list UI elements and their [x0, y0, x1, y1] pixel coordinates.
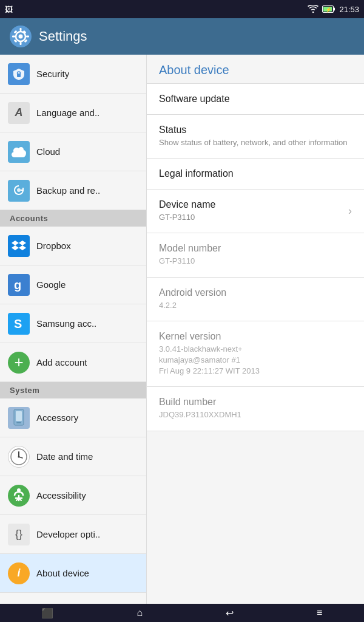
dropbox-icon-wrap: [7, 234, 30, 258]
google-icon: g: [8, 274, 30, 296]
security-icon-wrap: [7, 63, 30, 86]
addaccount-icon-wrap: +: [7, 351, 30, 374]
cloud-icon-wrap: [7, 140, 30, 163]
build-number-title: Build number: [159, 397, 352, 408]
dropbox-icon: [8, 235, 30, 257]
content-item-status[interactable]: Status Show status of battery, network, …: [147, 115, 364, 159]
datetime-icon: [8, 446, 30, 468]
sidebar-item-backup[interactable]: Backup and re..: [0, 171, 146, 210]
sidebar-dropbox-label: Dropbox: [36, 241, 71, 251]
recent-apps-button[interactable]: ⬛: [29, 605, 66, 621]
back-button[interactable]: ↩: [214, 605, 246, 621]
battery-charging-icon: ⚡: [322, 5, 335, 13]
developer-icon: {}: [8, 524, 30, 545]
svg-text:⚡: ⚡: [325, 6, 332, 13]
sidebar-developer-label: Developer opti..: [36, 529, 100, 539]
device-name-arrow: ›: [348, 205, 352, 217]
backup-icon: [8, 180, 30, 202]
build-number-subtitle: JDQ39.P3110XXDMH1: [159, 409, 352, 420]
about-icon: i: [8, 562, 30, 584]
legal-title: Legal information: [159, 168, 352, 179]
samsung-icon: S: [8, 313, 30, 335]
content-item-build-number: Build number JDQ39.P3110XXDMH1: [147, 387, 364, 431]
status-subtitle: Show status of battery, network, and oth…: [159, 137, 352, 148]
system-section-header: System: [0, 382, 146, 398]
svg-text:g: g: [14, 278, 21, 292]
content-item-device-name[interactable]: Device name GT-P3110 ›: [147, 190, 364, 233]
sidebar-item-dropbox[interactable]: Dropbox: [0, 227, 146, 265]
sidebar-item-accessibility[interactable]: Accessibility: [0, 476, 146, 515]
app-title: Settings: [39, 29, 87, 44]
backup-icon-wrap: [7, 179, 30, 202]
status-left-icons: 🖼: [5, 5, 13, 14]
settings-app-icon: [10, 26, 32, 47]
main-layout: Security A Language and.. Cloud: [0, 55, 364, 604]
accessibility-icon: [8, 485, 30, 507]
language-icon-wrap: A: [7, 101, 30, 125]
add-account-icon: +: [8, 352, 30, 374]
accessory-icon-wrap: [7, 406, 30, 429]
svg-rect-10: [12, 36, 15, 38]
home-button[interactable]: ⌂: [124, 605, 155, 621]
sidebar-cloud-label: Cloud: [36, 146, 60, 157]
sidebar-accessibility-label: Accessibility: [36, 490, 86, 501]
sidebar-item-google[interactable]: g Google: [0, 265, 146, 304]
content-title: About device: [147, 55, 364, 84]
svg-rect-8: [20, 28, 22, 31]
datetime-icon-wrap: [7, 445, 30, 468]
sidebar-item-cloud[interactable]: Cloud: [0, 132, 146, 171]
sidebar-item-samsung[interactable]: S Samsung acc..: [0, 304, 146, 343]
sidebar-about-label: About device: [36, 568, 89, 578]
accounts-section-header: Accounts: [0, 210, 146, 227]
sidebar-security-label: Security: [36, 69, 69, 79]
content-item-legal[interactable]: Legal information: [147, 159, 364, 190]
developer-icon-wrap: {}: [7, 523, 30, 546]
sidebar-item-about[interactable]: i About device: [0, 554, 146, 593]
android-version-subtitle: 4.2.2: [159, 300, 352, 311]
content-panel: About device Software update Status Show…: [147, 55, 364, 604]
model-number-subtitle: GT-P3110: [159, 256, 352, 267]
svg-point-27: [18, 456, 20, 457]
device-name-subtitle: GT-P3110: [159, 212, 215, 223]
notification-icon: 🖼: [5, 5, 13, 14]
kernel-version-subtitle: 3.0.41-blackhawk-next+ kumajaya@samator …: [159, 344, 352, 377]
sidebar-accessory-label: Accessory: [36, 412, 78, 423]
cloud-icon: [8, 141, 30, 163]
security-icon: [8, 63, 30, 85]
sidebar-item-accessory[interactable]: Accessory: [0, 398, 146, 437]
sidebar-backup-label: Backup and re..: [36, 185, 100, 196]
samsung-icon-wrap: S: [7, 312, 30, 335]
svg-rect-9: [20, 42, 22, 45]
sidebar-item-datetime[interactable]: Date and time: [0, 437, 146, 476]
device-name-title: Device name: [159, 199, 215, 210]
sidebar-item-developer[interactable]: {} Developer opti..: [0, 515, 146, 554]
menu-button[interactable]: ≡: [305, 605, 334, 621]
svg-rect-2: [334, 8, 335, 11]
kernel-version-title: Kernel version: [159, 331, 352, 342]
sidebar-item-security[interactable]: Security: [0, 55, 146, 94]
sidebar-datetime-label: Date and time: [36, 451, 93, 462]
sidebar-item-language[interactable]: A Language and..: [0, 94, 146, 132]
status-title: Status: [159, 125, 352, 135]
sidebar: Security A Language and.. Cloud: [0, 55, 147, 604]
accessibility-icon-wrap: [7, 484, 30, 507]
android-version-title: Android version: [159, 287, 352, 298]
clock: 21:53: [339, 5, 359, 14]
sidebar-samsung-label: Samsung acc..: [36, 318, 96, 329]
app-header: Settings: [0, 18, 364, 55]
accessory-icon: [8, 407, 30, 429]
language-icon: A: [8, 102, 30, 124]
content-item-model-number: Model number GT-P3110: [147, 233, 364, 277]
content-item-kernel-version: Kernel version 3.0.41-blackhawk-next+ ku…: [147, 321, 364, 388]
svg-point-18: [17, 188, 21, 192]
svg-rect-22: [16, 411, 22, 421]
content-item-software-update[interactable]: Software update: [147, 84, 364, 115]
model-number-title: Model number: [159, 243, 352, 254]
sidebar-item-addaccount[interactable]: + Add account: [0, 343, 146, 382]
content-item-android-version: Android version 4.2.2: [147, 278, 364, 321]
svg-rect-23: [16, 422, 21, 423]
about-icon-wrap: i: [7, 562, 30, 585]
sidebar-language-label: Language and..: [36, 108, 99, 118]
sidebar-google-label: Google: [36, 279, 66, 290]
svg-rect-11: [26, 36, 29, 38]
